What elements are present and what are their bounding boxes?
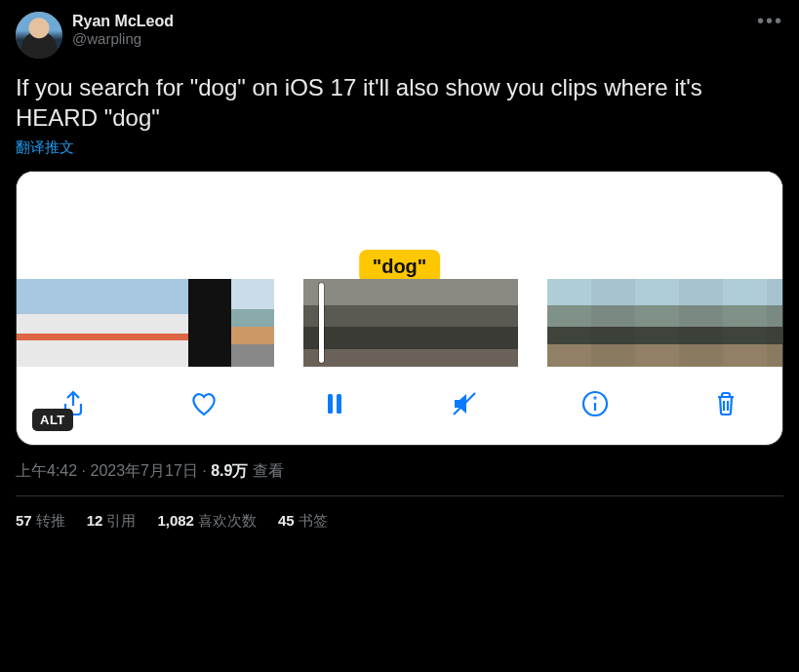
- clip-thumb: [231, 279, 274, 367]
- author-handle: @warpling: [72, 30, 174, 48]
- bookmarks-stat[interactable]: 45书签: [278, 512, 328, 531]
- views-count: 8.9万: [211, 462, 248, 479]
- favorite-button[interactable]: [186, 386, 221, 421]
- info-button[interactable]: [578, 386, 613, 421]
- bookmarks-count: 45: [278, 512, 295, 529]
- retweets-stat[interactable]: 57转推: [16, 512, 65, 531]
- quotes-stat[interactable]: 12引用: [87, 512, 137, 531]
- video-timeline[interactable]: [17, 279, 782, 367]
- author-block[interactable]: Ryan McLeod @warpling: [72, 12, 174, 48]
- tweet-time[interactable]: 上午4:42: [16, 462, 77, 479]
- clip-thumb: [303, 279, 357, 367]
- pause-button[interactable]: [317, 386, 352, 421]
- media-attachment[interactable]: "dog": [16, 171, 783, 446]
- svg-point-5: [595, 398, 596, 399]
- tweet-container: Ryan McLeod @warpling ••• If you search …: [0, 0, 799, 542]
- retweets-label: 转推: [36, 512, 65, 529]
- tweet-date[interactable]: 2023年7月17日: [90, 462, 197, 479]
- translate-link[interactable]: 翻译推文: [16, 138, 783, 157]
- info-icon: [579, 388, 611, 419]
- more-options-button[interactable]: •••: [757, 10, 783, 32]
- trash-icon: [710, 388, 741, 419]
- avatar[interactable]: [16, 12, 62, 59]
- mute-button[interactable]: [447, 386, 482, 421]
- alt-badge[interactable]: ALT: [32, 409, 73, 431]
- clip-thumb: [679, 279, 723, 367]
- svg-rect-1: [337, 394, 341, 414]
- delete-button[interactable]: [708, 386, 743, 421]
- heart-icon: [188, 388, 220, 419]
- tweet-meta: 上午4:42 · 2023年7月17日 · 8.9万 查看: [16, 461, 783, 482]
- clip-thumb: [145, 279, 188, 367]
- likes-stat[interactable]: 1,082喜欢次数: [157, 512, 257, 531]
- clip-thumb: [591, 279, 635, 367]
- clip-thumb: [635, 279, 679, 367]
- views-label: 查看: [253, 462, 284, 479]
- media-toolbar: [17, 367, 782, 425]
- clip-group: [547, 279, 783, 367]
- media-upper: "dog": [17, 172, 782, 279]
- likes-count: 1,082: [157, 512, 194, 529]
- tweet-stats: 57转推 12引用 1,082喜欢次数 45书签: [16, 496, 783, 531]
- clip-thumb: [17, 279, 60, 367]
- clip-thumb: [464, 279, 518, 367]
- clip-thumb: [357, 279, 411, 367]
- clip-group-active: [303, 279, 518, 367]
- playhead-indicator[interactable]: [319, 283, 324, 363]
- author-display-name: Ryan McLeod: [72, 12, 174, 30]
- quotes-label: 引用: [106, 512, 136, 529]
- clip-thumb: [547, 279, 591, 367]
- quotes-count: 12: [87, 512, 103, 529]
- pause-icon: [319, 388, 350, 419]
- svg-rect-0: [328, 394, 333, 414]
- tweet-header: Ryan McLeod @warpling: [16, 12, 783, 59]
- tweet-text: If you search for "dog" on iOS 17 it'll …: [16, 72, 783, 133]
- likes-label: 喜欢次数: [198, 512, 257, 529]
- clip-group: [17, 279, 274, 367]
- avatar-image: [16, 12, 62, 59]
- speaker-muted-icon: [449, 388, 480, 419]
- clip-thumb: [723, 279, 767, 367]
- clip-thumb: [102, 279, 145, 367]
- retweets-count: 57: [16, 512, 32, 529]
- clip-thumb: [188, 279, 231, 367]
- clip-thumb: [767, 279, 783, 367]
- clip-thumb: [411, 279, 464, 367]
- bookmarks-label: 书签: [299, 512, 328, 529]
- clip-thumb: [60, 279, 102, 367]
